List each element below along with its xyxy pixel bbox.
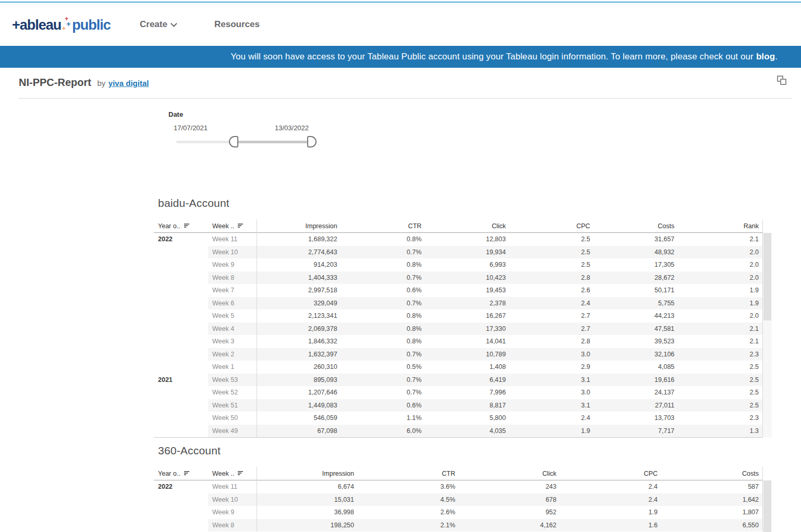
value-cell[interactable]: 260,310 [257, 361, 341, 374]
column-header[interactable]: CPC [509, 219, 594, 232]
value-cell[interactable]: 1,404,333 [257, 271, 341, 284]
value-cell[interactable]: 3.1 [509, 399, 594, 412]
value-cell[interactable]: 2,123,341 [257, 310, 341, 323]
value-cell[interactable]: 16,267 [425, 310, 509, 323]
tableau-public-logo[interactable]: +ableau+++public [12, 15, 111, 35]
copy-icon[interactable] [776, 75, 788, 88]
sort-icon[interactable] [184, 471, 189, 476]
value-cell[interactable]: 2.5 [509, 246, 594, 259]
slider-handle-right[interactable] [307, 136, 317, 147]
value-cell[interactable]: 914,203 [257, 258, 341, 271]
year-cell[interactable] [154, 412, 208, 425]
value-cell[interactable]: 3.0 [509, 386, 594, 399]
value-cell[interactable]: 10,423 [425, 271, 509, 284]
value-cell[interactable]: 2,069,378 [257, 323, 341, 336]
value-cell[interactable]: 2.1 [678, 233, 762, 246]
value-cell[interactable]: 2.0 [678, 310, 762, 323]
value-cell[interactable]: 1.3 [678, 425, 762, 438]
value-cell[interactable]: 2.6 [509, 284, 594, 297]
value-cell[interactable]: 329,049 [257, 297, 341, 310]
value-cell[interactable]: 12,803 [425, 233, 509, 246]
week-cell[interactable]: Week 11 [208, 233, 257, 246]
column-header[interactable]: Click [425, 219, 509, 232]
value-cell[interactable]: 0.8% [341, 310, 426, 323]
year-cell[interactable] [154, 361, 208, 374]
value-cell[interactable]: 2.0 [678, 271, 762, 284]
week-cell[interactable]: Week 49 [208, 425, 257, 438]
column-header-week[interactable]: Week .. [208, 219, 257, 232]
week-cell[interactable]: Week 8 [208, 519, 257, 532]
value-cell[interactable]: 1,408 [425, 361, 509, 374]
year-cell[interactable]: 2021 [154, 374, 208, 387]
column-header[interactable]: Costs [661, 467, 762, 480]
week-cell[interactable]: Week 6 [208, 297, 257, 310]
value-cell[interactable]: 1.1% [341, 412, 426, 425]
column-header-year[interactable]: Year o.. [154, 467, 208, 480]
value-cell[interactable]: 2.3 [678, 348, 762, 361]
value-cell[interactable]: 0.7% [341, 271, 426, 284]
column-header[interactable]: CTR [358, 467, 459, 480]
week-cell[interactable]: Week 2 [208, 348, 257, 361]
value-cell[interactable]: 2.5 [509, 258, 594, 271]
blog-link[interactable]: blog [756, 52, 775, 62]
value-cell[interactable]: 2.4 [560, 493, 661, 506]
date-range-slider[interactable] [168, 135, 330, 149]
value-cell[interactable]: 952 [459, 506, 560, 519]
value-cell[interactable]: 13,703 [594, 412, 678, 425]
week-cell[interactable]: Week 51 [208, 399, 257, 412]
column-header[interactable]: CPC [560, 467, 661, 480]
vertical-scrollbar[interactable] [763, 233, 772, 437]
value-cell[interactable]: 47,581 [594, 323, 678, 336]
week-cell[interactable]: Week 8 [208, 271, 257, 284]
value-cell[interactable]: 7,717 [594, 425, 678, 438]
author-link[interactable]: yiva digital [108, 79, 149, 88]
value-cell[interactable]: 0.7% [341, 297, 426, 310]
value-cell[interactable]: 2.3 [678, 412, 762, 425]
value-cell[interactable]: 6,674 [257, 480, 358, 493]
sort-icon[interactable] [238, 224, 243, 228]
value-cell[interactable]: 4,085 [594, 361, 678, 374]
value-cell[interactable]: 2.5 [678, 386, 762, 399]
column-header[interactable]: Impression [257, 219, 341, 232]
column-header-week[interactable]: Week .. [208, 467, 257, 480]
year-cell[interactable] [154, 399, 208, 412]
value-cell[interactable]: 31,657 [594, 233, 678, 246]
value-cell[interactable]: 28,672 [594, 271, 678, 284]
week-cell[interactable]: Week 9 [208, 506, 257, 519]
value-cell[interactable]: 1.9 [509, 425, 594, 438]
year-cell[interactable] [154, 310, 208, 323]
week-cell[interactable]: Week 52 [208, 386, 257, 399]
value-cell[interactable]: 1,642 [661, 493, 762, 506]
value-cell[interactable]: 17,305 [594, 258, 678, 271]
value-cell[interactable]: 15,031 [257, 493, 358, 506]
sort-icon[interactable] [184, 224, 189, 228]
value-cell[interactable]: 36,998 [257, 506, 358, 519]
nav-create-menu[interactable]: Create [140, 19, 177, 30]
value-cell[interactable]: 0.8% [341, 233, 426, 246]
week-cell[interactable]: Week 1 [208, 361, 257, 374]
year-cell[interactable] [154, 335, 208, 348]
value-cell[interactable]: 6,993 [425, 258, 509, 271]
value-cell[interactable]: 4.5% [358, 493, 459, 506]
value-cell[interactable]: 198,250 [257, 519, 358, 532]
value-cell[interactable]: 1,207,646 [257, 386, 341, 399]
year-cell[interactable]: 2022 [154, 480, 208, 493]
value-cell[interactable]: 2,774,643 [257, 246, 341, 259]
value-cell[interactable]: 2.0 [678, 258, 762, 271]
year-cell[interactable] [154, 284, 208, 297]
value-cell[interactable]: 678 [459, 493, 560, 506]
week-cell[interactable]: Week 10 [208, 246, 257, 259]
week-cell[interactable]: Week 53 [208, 374, 257, 387]
value-cell[interactable]: 5,755 [594, 297, 678, 310]
year-cell[interactable] [154, 246, 208, 259]
year-cell[interactable] [154, 323, 208, 336]
value-cell[interactable]: 50,171 [594, 284, 678, 297]
value-cell[interactable]: 48,932 [594, 246, 678, 259]
year-cell[interactable] [154, 493, 208, 506]
slider-selected-range[interactable] [233, 141, 311, 143]
value-cell[interactable]: 6,419 [425, 374, 509, 387]
year-cell[interactable] [154, 258, 208, 271]
value-cell[interactable]: 587 [661, 480, 762, 493]
year-cell[interactable] [154, 348, 208, 361]
value-cell[interactable]: 2.4 [509, 412, 594, 425]
